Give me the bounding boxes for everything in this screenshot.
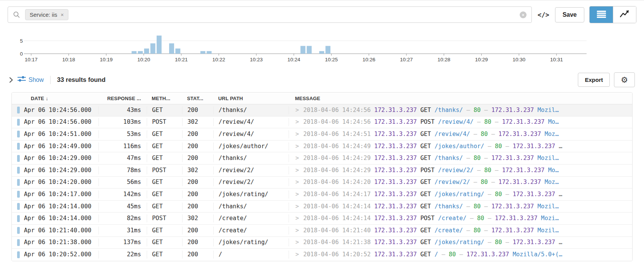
show-label: Show — [29, 77, 44, 83]
row-status-indicator — [12, 106, 23, 114]
row-message: > 2018-04-06 14:24:56 172.31.3.237 POST … — [289, 118, 632, 126]
row-status: 200 — [182, 178, 213, 186]
row-status: 200 — [182, 251, 213, 259]
row-status: 200 — [182, 203, 213, 211]
clear-search-icon[interactable]: × — [520, 11, 527, 18]
row-status-indicator — [12, 190, 23, 198]
svg-text:10:18: 10:18 — [62, 57, 75, 62]
remove-filter-icon[interactable]: × — [61, 12, 64, 18]
svg-text:10:22: 10:22 — [213, 57, 225, 62]
svg-text:10:19: 10:19 — [100, 57, 113, 62]
row-url-path: /review/2/ — [213, 178, 289, 186]
row-message: > 2018-04-06 14:24:56 172.31.3.237 GET /… — [289, 106, 632, 114]
log-level-bar-icon — [17, 227, 20, 234]
table-row[interactable]: Apr 06 10:20:52.000 22ms GET 200 / > 201… — [12, 249, 632, 261]
table-row[interactable]: Apr 06 10:24:14.000 82ms POST 302 /creat… — [12, 212, 632, 225]
log-table: DATE↓ RESPONSE ... METH... STAT... URL P… — [11, 92, 633, 261]
row-response-time: 142ms — [98, 190, 147, 198]
row-status-indicator — [12, 166, 23, 174]
code-view-icon[interactable]: </> — [537, 11, 550, 19]
row-response-time: 31ms — [98, 227, 147, 235]
svg-text:10:21: 10:21 — [175, 57, 188, 62]
row-method: GET — [147, 251, 182, 259]
svg-text:10:29: 10:29 — [475, 57, 488, 62]
row-method: GET — [147, 130, 182, 138]
table-row[interactable]: Apr 06 10:24:29.000 47ms GET 200 /thanks… — [12, 152, 632, 165]
search-filter-tag-label: Service: iis — [30, 11, 57, 18]
table-row[interactable]: Apr 06 10:24:56.000 43ms GET 200 /thanks… — [12, 104, 632, 117]
column-header-status[interactable]: STAT... — [182, 96, 213, 101]
column-header-method[interactable]: METH... — [147, 96, 182, 101]
row-status-indicator — [12, 227, 23, 235]
row-status-indicator — [12, 130, 23, 138]
svg-text:10:26: 10:26 — [362, 57, 375, 62]
search-filter-tag[interactable]: Service: iis × — [25, 9, 68, 20]
row-url-path: /review/4/ — [213, 130, 289, 138]
svg-text:10:24: 10:24 — [287, 57, 300, 62]
column-header-response-time[interactable]: RESPONSE ... — [98, 96, 147, 101]
row-status-indicator — [12, 238, 23, 246]
histogram-svg[interactable]: 0510:1710:1810:1910:2010:2110:2210:2310:… — [0, 34, 644, 66]
row-date: Apr 06 10:24:29.000 — [23, 166, 98, 174]
svg-text:10:28: 10:28 — [438, 57, 450, 62]
row-method: POST — [147, 166, 182, 174]
row-date: Apr 06 10:20:52.000 — [23, 251, 98, 259]
log-level-bar-icon — [17, 251, 20, 258]
expand-chevron-icon[interactable] — [9, 77, 13, 83]
trend-chart-icon — [620, 10, 630, 20]
column-header-date[interactable]: DATE↓ — [12, 96, 98, 101]
table-body: Apr 06 10:24:56.000 43ms GET 200 /thanks… — [12, 104, 632, 261]
table-row[interactable]: Apr 06 10:24:20.000 56ms GET 200 /review… — [12, 177, 632, 189]
log-level-bar-icon — [17, 107, 20, 113]
row-date: Apr 06 10:21:40.000 — [23, 227, 98, 235]
row-status: 200 — [182, 106, 213, 114]
table-row[interactable]: Apr 06 10:21:40.000 31ms GET 200 /create… — [12, 225, 632, 237]
log-histogram[interactable]: 0510:1710:1810:1910:2010:2110:2210:2310:… — [0, 34, 644, 66]
row-date: Apr 06 10:24:56.000 — [23, 118, 98, 126]
chart-view-toggle[interactable] — [613, 6, 636, 23]
table-row[interactable]: Apr 06 10:24:49.000 116ms GET 200 /jokes… — [12, 141, 632, 153]
log-level-bar-icon — [17, 167, 20, 174]
row-message: > 2018-04-06 14:24:20 172.31.3.237 GET /… — [289, 178, 632, 186]
row-response-time: 45ms — [98, 203, 147, 211]
row-message: > 2018-04-06 14:21:40 172.31.3.237 GET /… — [289, 227, 632, 235]
results-bar: Show 33 results found Export ⚙ — [0, 66, 644, 92]
row-status: 200 — [182, 130, 213, 138]
row-response-time: 53ms — [98, 130, 147, 138]
svg-text:10:31: 10:31 — [550, 57, 563, 62]
row-status-indicator — [12, 178, 23, 186]
table-row[interactable]: Apr 06 10:24:29.000 78ms POST 302 /revie… — [12, 165, 632, 177]
row-date: Apr 06 10:24:56.000 — [23, 106, 98, 114]
row-method: GET — [147, 142, 182, 150]
table-row[interactable]: Apr 06 10:21:38.000 137ms GET 200 /jokes… — [12, 237, 632, 249]
table-row[interactable]: Apr 06 10:24:56.000 103ms POST 302 /revi… — [12, 117, 632, 129]
column-header-message[interactable]: MESSAGE — [289, 96, 632, 101]
table-row[interactable]: Apr 06 10:24:14.000 45ms GET 200 /thanks… — [12, 201, 632, 213]
row-url-path: /review/4/ — [213, 118, 289, 126]
log-level-bar-icon — [17, 179, 20, 186]
row-date: Apr 06 10:24:17.000 — [23, 190, 98, 198]
row-status-indicator — [12, 203, 23, 211]
column-header-url-path[interactable]: URL PATH — [213, 96, 289, 101]
save-button[interactable]: Save — [555, 7, 584, 22]
export-button[interactable]: Export — [578, 73, 610, 87]
list-view-toggle[interactable] — [590, 6, 613, 23]
table-row[interactable]: Apr 06 10:24:17.000 142ms GET 200 /jokes… — [12, 189, 632, 201]
row-response-time: 82ms — [98, 214, 147, 222]
row-method: GET — [147, 106, 182, 114]
table-row[interactable]: Apr 06 10:24:51.000 53ms GET 200 /review… — [12, 128, 632, 141]
row-response-time: 43ms — [98, 106, 147, 114]
row-status: 302 — [182, 166, 213, 174]
show-columns-button[interactable]: Show — [17, 76, 44, 84]
search-input[interactable]: Service: iis × × — [8, 6, 532, 23]
row-status-indicator — [12, 251, 23, 259]
row-url-path: /create/ — [213, 227, 289, 235]
row-url-path: /jokes/rating/ — [213, 190, 289, 198]
row-status-indicator — [12, 214, 23, 222]
list-icon — [596, 10, 606, 20]
settings-button[interactable]: ⚙ — [614, 72, 635, 87]
row-method: GET — [147, 154, 182, 162]
sliders-icon — [17, 76, 26, 84]
row-message: > 2018-04-06 14:24:14 172.31.3.237 GET /… — [289, 203, 632, 211]
row-message: > 2018-04-06 14:21:38 172.31.3.237 GET /… — [289, 238, 632, 246]
